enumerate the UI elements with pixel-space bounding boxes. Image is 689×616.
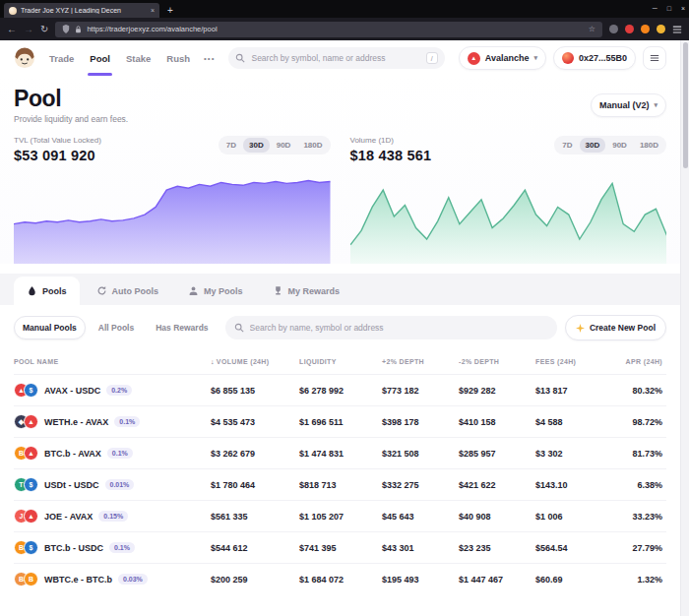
range-button-90d[interactable]: 90D — [271, 138, 297, 153]
create-new-pool-button[interactable]: Create New Pool — [565, 315, 666, 340]
cell-volume-24h: $4 535 473 — [211, 417, 299, 427]
new-tab-button[interactable]: + — [162, 4, 178, 18]
column-header-fees-24h[interactable]: FEES (24H) — [535, 358, 608, 365]
column-header-2-depth[interactable]: -2% DEPTH — [459, 358, 535, 365]
cell-apr-24h: 81.73% — [608, 449, 666, 459]
window-close-button[interactable]: × — [681, 5, 685, 12]
pool-pair-label: BTC.b - AVAX — [44, 449, 101, 459]
extension-icon-1[interactable] — [609, 25, 618, 33]
shield-icon — [62, 25, 70, 33]
metamask-extension-icon[interactable] — [641, 25, 650, 33]
avax-token-icon: ▲ — [24, 414, 38, 429]
cell-apr-24h: 1.32% — [608, 575, 666, 585]
network-selector[interactable]: ▲ Avalanche ▾ — [459, 46, 546, 70]
site-header: TradePoolStakeRush ••• / ▲ Avalanche ▾ — [0, 40, 680, 76]
table-search-input[interactable] — [250, 323, 548, 333]
column-header-liquidity[interactable]: LIQUIDITY — [299, 358, 382, 365]
extension-icon-4[interactable] — [657, 25, 665, 33]
window-minimize-button[interactable]: ─ — [653, 5, 658, 12]
range-button-90d[interactable]: 90D — [606, 138, 633, 153]
cell-apr-24h: 80.32% — [608, 386, 666, 396]
column-header-volume-24h[interactable]: ↓VOLUME (24H) — [211, 358, 299, 365]
version-label: Manual (V2) — [599, 100, 650, 110]
traderjoe-logo[interactable] — [14, 47, 35, 69]
table-row[interactable]: B▲BTC.b - AVAX0.1%$3 262 679$1 474 831$3… — [14, 437, 666, 468]
page-subtitle: Provide liquidity and earn fees. — [14, 114, 128, 124]
wallet-button[interactable]: 0x27...55B0 — [553, 46, 636, 70]
range-button-7d[interactable]: 7D — [220, 138, 242, 153]
range-button-30d[interactable]: 30D — [243, 138, 270, 153]
btc-b-token-icon: B — [24, 572, 38, 586]
version-selector[interactable]: Manual (V2) ▾ — [591, 93, 666, 117]
browser-menu-icon[interactable] — [672, 25, 682, 34]
cell-minus-2-depth: $285 957 — [459, 449, 535, 459]
column-header-2-depth[interactable]: +2% DEPTH — [382, 358, 459, 365]
table-row[interactable]: T$USDt - USDC0.01%$1 780 464$818 713$332… — [14, 468, 666, 500]
browser-tab[interactable]: Trader Joe XYZ | Leading Decen × — [4, 3, 159, 18]
pool-table-body: ▲$AVAX - USDC0.2%$6 855 135$6 278 992$77… — [14, 374, 666, 594]
filter-pills: Manual PoolsAll PoolsHas Rewards — [14, 316, 218, 339]
table-row[interactable]: J▲JOE - AVAX0.15%$561 335$1 105 207$45 6… — [14, 500, 666, 531]
tab-auto-pools[interactable]: Auto Pools — [84, 277, 172, 305]
table-row[interactable]: BBWBTC.e - BTC.b0.03%$200 259$1 684 072$… — [14, 563, 666, 594]
search-shortcut-key: / — [426, 52, 438, 64]
range-button-180d[interactable]: 180D — [297, 138, 328, 153]
cell-volume-24h: $1 780 464 — [211, 480, 299, 490]
cell-fees-24h: $4 588 — [535, 417, 608, 427]
main-nav: TradePoolStakeRush — [49, 40, 190, 76]
pair-icons: BB — [14, 572, 38, 586]
cell-plus-2-depth: $45 643 — [382, 512, 459, 522]
table-row[interactable]: ▲$AVAX - USDC0.2%$6 855 135$6 278 992$77… — [14, 374, 666, 405]
table-row[interactable]: ◆▲WETH.e - AVAX0.1%$4 535 473$1 696 511$… — [14, 405, 666, 437]
nav-item-pool[interactable]: Pool — [90, 40, 110, 76]
url-text: https://traderjoexyz.com/avalanche/pool — [87, 25, 583, 33]
nav-item-trade[interactable]: Trade — [49, 40, 74, 76]
header-search[interactable]: / — [228, 47, 444, 69]
range-button-7d[interactable]: 7D — [556, 138, 578, 153]
pool-pair-label: WBTC.e - BTC.b — [44, 575, 112, 585]
chevron-down-icon: ▾ — [533, 54, 537, 62]
column-header-pool-name[interactable]: POOL NAME — [14, 358, 211, 365]
reload-button[interactable]: ↻ — [40, 25, 48, 34]
window-maximize-button[interactable]: □ — [667, 5, 671, 12]
page-scrollbar[interactable] — [680, 40, 689, 616]
hamburger-icon — [650, 53, 659, 63]
chevron-down-icon: ▾ — [654, 101, 658, 109]
filter-has-rewards[interactable]: Has Rewards — [147, 316, 217, 339]
scrollbar-thumb[interactable] — [683, 42, 688, 168]
table-row[interactable]: B$BTC.b - USDC0.1%$544 612$741 395$43 30… — [14, 531, 666, 563]
extension-icon-2[interactable] — [625, 25, 634, 33]
tab-my-pools[interactable]: My Pools — [175, 277, 256, 305]
nav-item-rush[interactable]: Rush — [166, 40, 190, 76]
table-search[interactable] — [225, 316, 557, 339]
nav-more-button[interactable]: ••• — [204, 54, 215, 63]
pool-tabs: PoolsAuto PoolsMy PoolsMy Rewards — [0, 274, 680, 305]
refresh-icon — [96, 285, 107, 296]
column-header-apr-24h[interactable]: APR (24H) — [608, 358, 666, 365]
avalanche-icon: ▲ — [468, 52, 480, 65]
tab-pools[interactable]: Pools — [14, 277, 80, 305]
filter-manual-pools[interactable]: Manual Pools — [14, 316, 86, 339]
range-button-30d[interactable]: 30D — [580, 138, 606, 153]
address-bar[interactable]: https://traderjoexyz.com/avalanche/pool … — [55, 22, 602, 37]
tab-my-rewards[interactable]: My Rewards — [260, 277, 353, 305]
cell-apr-24h: 33.23% — [608, 512, 666, 522]
fee-tier-badge: 0.01% — [105, 479, 135, 490]
nav-item-stake[interactable]: Stake — [126, 40, 151, 76]
avax-token-icon: ▲ — [24, 509, 38, 524]
header-menu-button[interactable] — [643, 46, 666, 70]
pool-hero: Pool Provide liquidity and earn fees. Ma… — [0, 76, 680, 264]
usdc-token-icon: $ — [24, 477, 38, 492]
pair-icons: J▲ — [14, 509, 38, 524]
cell-plus-2-depth: $195 493 — [382, 575, 459, 585]
tab-close-icon[interactable]: × — [151, 7, 155, 14]
header-search-input[interactable] — [251, 53, 419, 63]
bookmark-star-icon[interactable]: ☆ — [589, 25, 595, 33]
range-button-180d[interactable]: 180D — [634, 138, 664, 153]
cell-minus-2-depth: $410 158 — [459, 417, 535, 427]
filter-all-pools[interactable]: All Pools — [90, 316, 143, 339]
pair-icons: ◆▲ — [14, 414, 38, 429]
forward-button[interactable]: → — [24, 25, 33, 34]
cell-liquidity: $1 684 072 — [299, 575, 382, 585]
back-button[interactable]: ← — [7, 25, 17, 34]
